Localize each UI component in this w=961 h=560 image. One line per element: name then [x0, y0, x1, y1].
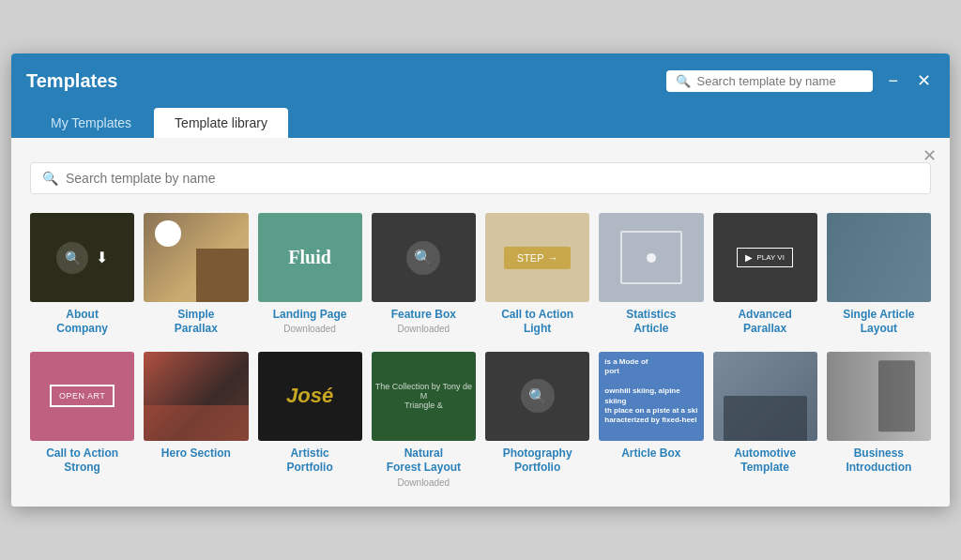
- template-thumb-cta-light: STEP →: [485, 213, 589, 302]
- header-search-input[interactable]: [696, 74, 863, 88]
- natural-text: The Collection by Tony de MTriangle &: [372, 382, 476, 410]
- search-row: 🔍: [30, 162, 931, 194]
- artistic-text: José: [286, 384, 333, 408]
- template-name-simple-parallax: SimpleParallax: [175, 308, 218, 337]
- content-close-button[interactable]: ✕: [923, 147, 937, 164]
- template-name-cta-light: Call to ActionLight: [501, 308, 573, 337]
- template-grid-row2: OPEN ART Call to ActionStrong Hero Secti…: [30, 352, 931, 488]
- template-thumb-single-article: [827, 213, 931, 302]
- play-button: ▶ PLAY VI: [737, 248, 793, 267]
- template-thumb-hero-section: [144, 352, 248, 441]
- template-thumb-article-box: is a Mode ofportownhill skiing, alpine s…: [599, 352, 703, 441]
- template-thumb-advanced-parallax: ▶ PLAY VI: [713, 213, 817, 302]
- header-search-box[interactable]: 🔍: [666, 70, 873, 92]
- search-icon: 🔍: [676, 74, 691, 88]
- content-area: ✕ 🔍 🔍 ⬇ AboutCompany: [11, 138, 950, 507]
- play-text: PLAY VI: [756, 253, 785, 262]
- cta-arrow: →: [547, 252, 557, 264]
- template-item-cta-strong[interactable]: OPEN ART Call to ActionStrong: [30, 352, 134, 488]
- cta-btn: STEP →: [504, 247, 572, 269]
- template-item-photography-portfolio[interactable]: 🔍 PhotographyPortfolio: [485, 352, 589, 488]
- landing-text: Fluid: [288, 247, 331, 268]
- search-circle-icon: 🔍: [406, 241, 440, 275]
- titlebar: Templates 🔍 − ✕: [11, 53, 950, 108]
- search-icon: 🔍: [56, 242, 88, 274]
- template-item-statistics[interactable]: StatisticsArticle: [599, 213, 703, 337]
- template-name-photography-portfolio: PhotographyPortfolio: [503, 446, 572, 476]
- titlebar-controls: 🔍 − ✕: [666, 70, 935, 92]
- template-thumb-artistic-portfolio: José: [258, 352, 362, 441]
- content-search-input[interactable]: [66, 171, 919, 186]
- template-thumb-statistics: [599, 213, 703, 302]
- template-name-landing-page: Landing Page: [273, 308, 347, 323]
- template-name-business-intro: BusinessIntroduction: [846, 446, 911, 476]
- stats-box: [620, 231, 683, 284]
- template-name-statistics: StatisticsArticle: [626, 308, 676, 337]
- template-name-advanced-parallax: AdvancedParallax: [738, 308, 791, 337]
- article-box-text: is a Mode ofportownhill skiing, alpine s…: [604, 357, 697, 426]
- template-name-article-box: Article Box: [621, 446, 680, 462]
- template-grid-row1: 🔍 ⬇ AboutCompany SimpleParallax Fluid La…: [30, 213, 931, 337]
- minimize-button[interactable]: −: [884, 70, 902, 91]
- template-name-artistic-portfolio: ArtisticPortfolio: [286, 446, 332, 476]
- template-badge-feature-box: Downloaded: [398, 324, 450, 334]
- template-item-simple-parallax[interactable]: SimpleParallax: [144, 213, 248, 337]
- template-name-about-company: AboutCompany: [56, 308, 108, 337]
- template-name-feature-box: Feature Box: [391, 308, 456, 323]
- template-item-automotive[interactable]: AutomotiveTemplate: [713, 352, 817, 488]
- template-item-single-article[interactable]: Single ArticleLayout: [827, 213, 931, 337]
- template-item-business-intro[interactable]: BusinessIntroduction: [827, 352, 931, 488]
- template-thumb-photography-portfolio: 🔍: [485, 352, 589, 441]
- template-badge-landing-page: Downloaded: [283, 324, 336, 334]
- stats-dot: [647, 253, 656, 263]
- template-name-cta-strong: Call to ActionStrong: [46, 446, 118, 476]
- window-title: Templates: [26, 70, 117, 92]
- template-item-feature-box[interactable]: 🔍 Feature Box Downloaded: [372, 213, 476, 337]
- content-search-box[interactable]: 🔍: [30, 162, 931, 194]
- download-icon: ⬇: [96, 249, 108, 266]
- template-name-single-article: Single ArticleLayout: [843, 308, 914, 337]
- template-badge-natural-forest: Downloaded: [398, 477, 450, 488]
- template-item-natural-forest[interactable]: The Collection by Tony de MTriangle & Na…: [372, 352, 476, 488]
- tab-template-library[interactable]: Template library: [154, 108, 288, 138]
- play-icon: ▶: [745, 252, 753, 263]
- template-item-article-box[interactable]: is a Mode ofportownhill skiing, alpine s…: [599, 352, 703, 488]
- template-item-advanced-parallax[interactable]: ▶ PLAY VI AdvancedParallax: [713, 213, 817, 337]
- content-search-icon: 🔍: [42, 171, 58, 186]
- template-item-artistic-portfolio[interactable]: José ArtisticPortfolio: [258, 352, 362, 488]
- app-window: Templates 🔍 − ✕ My Templates Template li…: [11, 53, 950, 507]
- template-thumb-business-intro: [827, 352, 931, 441]
- tab-my-templates[interactable]: My Templates: [30, 108, 152, 138]
- template-thumb-cta-strong: OPEN ART: [30, 352, 134, 441]
- cta-strong-btn: OPEN ART: [50, 385, 114, 407]
- template-name-natural-forest: NaturalForest Layout: [387, 446, 461, 476]
- template-thumb-automotive: [713, 352, 817, 441]
- photo-search-icon: 🔍: [521, 379, 555, 413]
- template-name-automotive: AutomotiveTemplate: [734, 446, 796, 476]
- template-item-hero-section[interactable]: Hero Section: [144, 352, 248, 488]
- close-window-button[interactable]: ✕: [913, 70, 935, 91]
- template-thumb-about-company: 🔍 ⬇: [30, 213, 134, 302]
- template-thumb-landing-page: Fluid: [258, 213, 362, 302]
- template-thumb-feature-box: 🔍: [372, 213, 476, 302]
- template-item-cta-light[interactable]: STEP → Call to ActionLight: [485, 213, 589, 337]
- template-thumb-simple-parallax: [144, 213, 248, 302]
- tabs-bar: My Templates Template library: [11, 108, 950, 138]
- template-thumb-natural-forest: The Collection by Tony de MTriangle &: [372, 352, 476, 441]
- template-item-about-company[interactable]: 🔍 ⬇ AboutCompany: [30, 213, 134, 337]
- cta-text: STEP: [517, 252, 544, 264]
- template-item-landing-page[interactable]: Fluid Landing Page Downloaded: [258, 213, 362, 337]
- template-name-hero-section: Hero Section: [161, 446, 231, 462]
